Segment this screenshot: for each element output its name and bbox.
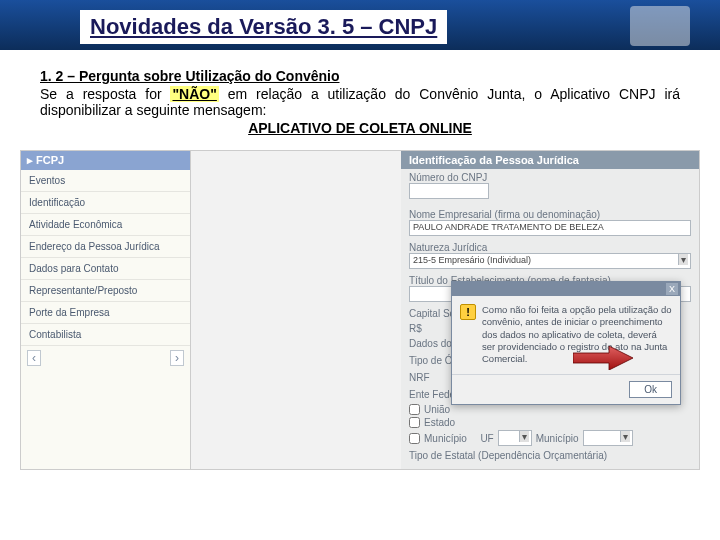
close-icon[interactable]: X [666, 283, 678, 295]
nome-input[interactable]: PAULO ANDRADE TRATAMENTO DE BELEZA [409, 220, 691, 236]
municipio-checkbox[interactable] [409, 433, 420, 444]
uf-label: UF [480, 433, 493, 444]
sidebar-item-porte[interactable]: Porte da Empresa [21, 302, 190, 324]
logo-icon [630, 6, 690, 46]
sidebar-item-endereco[interactable]: Endereço da Pessoa Jurídica [21, 236, 190, 258]
rs-label: R$ [409, 323, 422, 334]
sidebar-item-contabilista[interactable]: Contabilista [21, 324, 190, 346]
warning-icon: ! [460, 304, 476, 320]
page-title: Novidades da Versão 3. 5 – CNPJ [80, 10, 447, 44]
nj-select[interactable]: 215-5 Empresário (Individual) [409, 253, 691, 269]
sidebar-panel: ▸ FCPJ Eventos Identificação Atividade E… [21, 151, 191, 469]
sidebar-item-representante[interactable]: Representante/Preposto [21, 280, 190, 302]
app-name-label: APLICATIVO DE COLETA ONLINE [40, 120, 680, 136]
sidebar-item-identificacao[interactable]: Identificação [21, 192, 190, 214]
intro-pre: Se a resposta for [40, 86, 170, 102]
sidebar-forward-button[interactable]: › [170, 350, 184, 366]
panel-header: Identificação da Pessoa Jurídica [401, 151, 699, 169]
sidebar-section-fcpj[interactable]: ▸ FCPJ [21, 151, 190, 170]
sidebar-item-atividade[interactable]: Atividade Econômica [21, 214, 190, 236]
svg-marker-0 [573, 346, 633, 370]
sidebar-item-contato[interactable]: Dados para Contato [21, 258, 190, 280]
uf-select[interactable] [498, 430, 532, 446]
estado-label: Estado [424, 417, 455, 428]
cnpj-label: Número do CNPJ [409, 172, 691, 183]
municipio-label: Município [424, 433, 467, 444]
section-heading: 1. 2 – Pergunta sobre Utilização do Conv… [40, 68, 680, 84]
estado-checkbox[interactable] [409, 417, 420, 428]
dialog-titlebar: X [452, 282, 680, 296]
cnpj-input[interactable] [409, 183, 489, 199]
warning-dialog: X ! Como não foi feita a opção pela util… [451, 281, 681, 405]
ok-button[interactable]: Ok [629, 381, 672, 398]
tipo-estatal-label: Tipo de Estatal (Dependência Orçamentári… [409, 450, 691, 461]
uniao-label: União [424, 404, 450, 415]
app-screenshot: ▸ FCPJ Eventos Identificação Atividade E… [20, 150, 700, 470]
intro-text: 1. 2 – Pergunta sobre Utilização do Conv… [0, 50, 720, 144]
arrow-callout-icon [573, 346, 633, 370]
sidebar-back-button[interactable]: ‹ [27, 350, 41, 366]
nj-label: Natureza Jurídica [409, 242, 691, 253]
sidebar-item-eventos[interactable]: Eventos [21, 170, 190, 192]
highlight-nao: "NÃO" [170, 86, 218, 102]
nome-label: Nome Empresarial (firma ou denominação) [409, 209, 691, 220]
municipio-select[interactable] [583, 430, 633, 446]
municipio2-label: Município [536, 433, 579, 444]
uniao-checkbox[interactable] [409, 404, 420, 415]
